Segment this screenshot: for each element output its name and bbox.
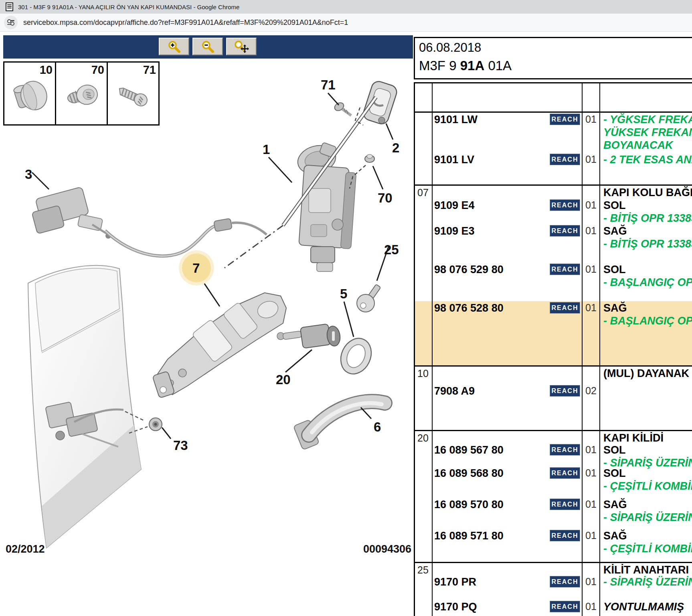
desc-line: YÜKSEK FREKANSLI: [603, 126, 692, 139]
table-row: 9109 E4REACH01SOL- BİTİŞ OPR 13383: [415, 199, 692, 224]
table-group: [415, 83, 692, 113]
column-divider: [582, 367, 583, 430]
part-ref[interactable]: 16 089 571 80: [434, 530, 504, 542]
desc-line: YONTULMAMIŞ: [603, 601, 684, 613]
group-title: KAPI KİLİDİ: [603, 432, 664, 444]
desc-line: SAĞ: [603, 498, 627, 511]
callout-73: 73: [173, 438, 188, 453]
callout-20: 20: [276, 372, 291, 387]
column-divider: [432, 367, 433, 430]
desc-line: SOL: [603, 467, 626, 480]
callout-25: 25: [384, 242, 399, 257]
part-ref[interactable]: 9109 E3: [434, 225, 475, 237]
quantity-value: 01: [583, 302, 599, 314]
column-divider: [599, 431, 600, 562]
desc-line: - SİPARİŞ ÜZERİNE C: [603, 576, 692, 588]
screw-71-part: [333, 101, 351, 116]
part-ref[interactable]: 7908 A9: [434, 385, 475, 397]
desc-line: - BAŞLANGIÇ OPR 13: [603, 276, 692, 289]
quantity-value: 01: [583, 467, 599, 479]
quantity-value: 01: [583, 225, 599, 237]
group-title-row: KAPI KİLİDİ: [415, 431, 692, 443]
assembly-ref-main: 91A: [460, 58, 485, 73]
part-ref[interactable]: 9170 PR: [434, 576, 476, 588]
reach-badge[interactable]: REACH: [550, 467, 580, 479]
table-row: 7908 A9REACH02: [415, 383, 692, 430]
reach-badge[interactable]: REACH: [550, 601, 580, 612]
group-title-row: (MUL) DAYANAK: [415, 367, 692, 383]
table-group: 9101 LWREACH01- YĞKSEK FREKANSIYÜKSEK FR…: [415, 113, 692, 186]
part-ref[interactable]: 9109 E4: [434, 199, 475, 212]
exterior-handle-part: [293, 401, 385, 450]
reach-badge[interactable]: REACH: [550, 444, 580, 456]
part-ref[interactable]: 16 089 567 80: [434, 444, 504, 456]
desc-line: - YĞKSEK FREKANSI: [603, 113, 692, 126]
table-row: 98 076 529 80REACH01SOL- BAŞLANGIÇ OPR 1…: [415, 263, 692, 301]
reach-badge[interactable]: REACH: [550, 199, 580, 211]
part-ref[interactable]: 98 076 529 80: [434, 263, 504, 276]
part-ref[interactable]: 9101 LW: [434, 113, 478, 126]
page-document-icon: [6, 2, 13, 11]
table-row: 98 076 528 80REACH01SAĞ- BAŞLANGIÇ OPR 1…: [415, 301, 692, 365]
table-group: 20KAPI KİLİDİ16 089 567 80REACH01SOL- Sİ…: [415, 431, 692, 563]
callout-3: 3: [25, 167, 32, 182]
reach-badge[interactable]: REACH: [550, 530, 580, 541]
release-cable: [105, 219, 267, 256]
quantity-value: 01: [583, 530, 599, 541]
lock-actuator-part: [32, 187, 111, 239]
table-row: 16 089 567 80REACH01SOL- SİPARİŞ ÜZERİNE…: [415, 443, 692, 466]
assembly-ref-suffix: 01A: [484, 58, 512, 73]
part-ref[interactable]: 9101 LV: [434, 154, 474, 166]
reach-badge[interactable]: REACH: [550, 225, 580, 237]
assembly-reference: M3F 9 91A 01A: [419, 58, 512, 73]
part-ref[interactable]: 16 089 570 80: [434, 498, 504, 511]
catalog-date: 06.08.2018: [419, 41, 481, 55]
desc-line: - SİPARİŞ ÜZERİNE C: [603, 511, 692, 524]
reach-badge[interactable]: REACH: [550, 302, 580, 314]
column-divider: [432, 186, 433, 365]
callout-6: 6: [374, 419, 381, 434]
door-latch-part: [295, 142, 356, 272]
desc-line: - ÇEŞİTLİ KOMBİNEZ: [603, 543, 692, 555]
desc-line: - BAŞLANGIÇ OPR 13: [603, 315, 692, 327]
exploded-parts-diagram: 71 2 1 70 3 25 7 5 20 6 73 02/2012 00094…: [3, 35, 413, 616]
desc-line: SAĞ: [603, 225, 627, 237]
column-divider: [582, 563, 583, 616]
door-panel: [28, 265, 141, 548]
desc-line: - BİTİŞ OPR 13383: [603, 238, 692, 250]
desc-line: BOYANACAK: [603, 139, 673, 152]
desc-line: - BİTİŞ OPR 13383: [603, 212, 692, 225]
part-ref[interactable]: 16 089 568 80: [434, 467, 504, 480]
site-settings-button[interactable]: [4, 16, 18, 29]
quantity-value: 01: [583, 199, 599, 211]
quantity-value: 01: [583, 498, 599, 510]
table-row: [415, 83, 692, 111]
part-ref[interactable]: 9170 PQ: [434, 601, 477, 613]
url-text[interactable]: servicebox.mpsa.com/docapvpr/affiche.do?…: [23, 18, 348, 27]
reach-badge[interactable]: REACH: [550, 576, 580, 588]
table-group: 25KİLİT ANAHTARI9170 PRREACH01- SİPARİŞ …: [415, 563, 692, 616]
browser-window: 301 - M3F 9 91A01A - YANA AÇILIR ÖN YAN …: [0, 0, 692, 616]
column-divider: [432, 431, 433, 562]
desc-line: SOL: [603, 199, 626, 212]
key-part: [357, 284, 381, 312]
quantity-value: 01: [583, 576, 599, 588]
reach-badge[interactable]: REACH: [550, 154, 580, 165]
column-divider: [432, 113, 433, 184]
part-ref[interactable]: 98 076 528 80: [434, 302, 504, 314]
reach-badge[interactable]: REACH: [550, 498, 580, 510]
reach-badge[interactable]: REACH: [550, 385, 580, 397]
table-row: 9101 LVREACH01- 2 TEK ESAS ANAHT: [415, 153, 692, 184]
column-divider: [582, 113, 583, 184]
reach-badge[interactable]: REACH: [550, 263, 580, 275]
diagram-date: 02/2012: [6, 543, 45, 555]
quantity-value: 01: [583, 444, 599, 456]
quantity-value: 02: [583, 385, 599, 397]
parts-table-header: 06.08.2018 M3F 9 91A 01A: [414, 37, 692, 79]
quantity-value: 01: [583, 263, 599, 275]
callout-1: 1: [263, 142, 270, 157]
address-bar[interactable]: servicebox.mpsa.com/docapvpr/affiche.do?…: [0, 14, 692, 32]
table-row: 16 089 570 80REACH01SAĞ- SİPARİŞ ÜZERİNE…: [415, 498, 692, 529]
reach-badge[interactable]: REACH: [550, 113, 580, 125]
column-divider: [599, 186, 600, 365]
